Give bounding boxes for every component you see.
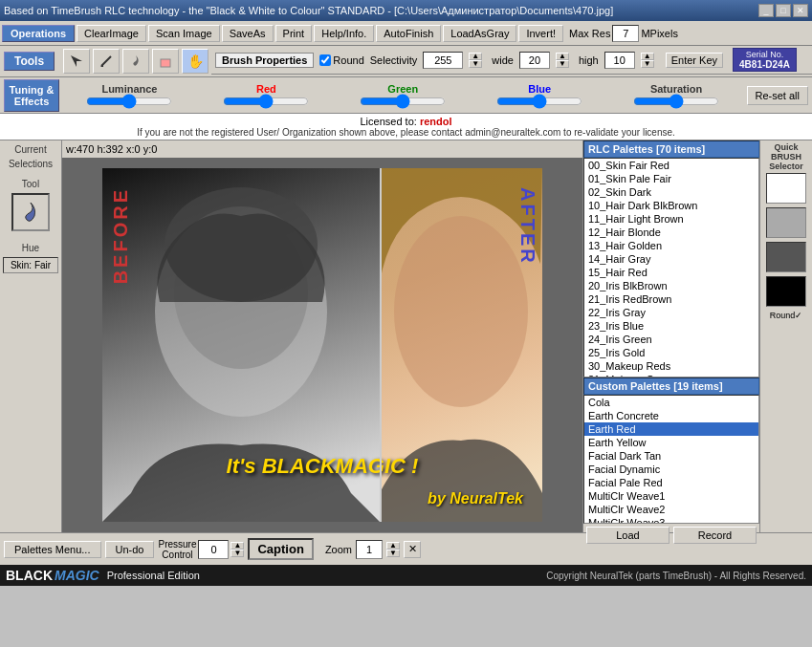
footer-edition: Professional Edition bbox=[107, 570, 200, 581]
rlc-item-11[interactable]: 22_Iris Gray bbox=[584, 306, 758, 319]
rlc-item-15[interactable]: 30_Makeup Reds bbox=[584, 359, 758, 373]
custom-item-cola[interactable]: Cola bbox=[584, 396, 758, 409]
custom-palette-list[interactable]: Cola Earth Concrete Earth Red Earth Yell… bbox=[583, 395, 759, 524]
title-bar: Based on TimeBrush RLC technology - the … bbox=[0, 0, 812, 21]
neuraltek-text: by NeuralTek bbox=[428, 490, 523, 507]
rlc-item-8[interactable]: 15_Hair Red bbox=[584, 266, 758, 279]
rlc-item-10[interactable]: 21_Iris RedBrown bbox=[584, 292, 758, 306]
green-slider[interactable] bbox=[360, 95, 446, 108]
custom-item-facial-dark-tan[interactable]: Facial Dark Tan bbox=[584, 449, 758, 463]
blue-slider[interactable] bbox=[496, 95, 582, 108]
undo-button[interactable]: Un-do bbox=[105, 541, 155, 558]
tool-preview bbox=[11, 193, 50, 231]
reset-all-button[interactable]: Re-set all bbox=[747, 86, 808, 105]
maximize-button[interactable]: □ bbox=[776, 4, 791, 17]
load-as-gray-button[interactable]: LoadAsGray bbox=[443, 25, 516, 42]
rlc-item-14[interactable]: 25_Iris Gold bbox=[584, 346, 758, 359]
custom-item-facial-pale-red[interactable]: Facial Pale Red bbox=[584, 476, 758, 489]
caption-button[interactable]: Caption bbox=[248, 538, 313, 560]
brush-sample-darkgray[interactable] bbox=[766, 242, 806, 272]
wide-down[interactable]: ▼ bbox=[556, 60, 569, 68]
canvas-wrapper[interactable]: BEFORE AFTER It's BLACKMAGIC ! by Neural… bbox=[62, 158, 582, 532]
print-button[interactable]: Print bbox=[275, 25, 313, 42]
blackmagic-text: It's BLACKMAGIC ! bbox=[112, 454, 533, 479]
right-panel: RLC Palettes [70 items] 00_Skin Fair Red… bbox=[582, 140, 759, 532]
red-slider[interactable] bbox=[223, 95, 309, 108]
round-checkbox-label: Round✓ bbox=[770, 311, 803, 320]
custom-item-multiclr3[interactable]: MultiClr Weave3 bbox=[584, 516, 758, 524]
luminance-slider[interactable] bbox=[86, 95, 172, 108]
rlc-item-13[interactable]: 24_Iris Green bbox=[584, 333, 758, 346]
rlc-item-1[interactable]: 01_Skin Pale Fair bbox=[584, 172, 758, 185]
rlc-item-7[interactable]: 14_Hair Gray bbox=[584, 252, 758, 266]
invert-button[interactable]: Invert! bbox=[518, 25, 563, 42]
custom-item-earth-yellow[interactable]: Earth Yellow bbox=[584, 436, 758, 449]
tool-eraser[interactable] bbox=[152, 49, 179, 74]
brush-sample-lightgray[interactable] bbox=[766, 207, 806, 238]
enter-key-button[interactable]: Enter Key bbox=[666, 53, 723, 68]
selectivity-input[interactable] bbox=[423, 52, 463, 69]
tools-label[interactable]: Tools bbox=[4, 52, 55, 71]
zoom-down[interactable]: ▼ bbox=[386, 550, 400, 557]
brush-sample-white[interactable] bbox=[766, 173, 806, 204]
tool-label: Tool bbox=[22, 179, 39, 189]
brush-sample-black[interactable] bbox=[766, 276, 806, 307]
blue-slider-group: Blue bbox=[473, 83, 606, 108]
wide-label: wide bbox=[492, 54, 514, 66]
wide-input[interactable] bbox=[519, 52, 550, 69]
red-slider-group: Red bbox=[200, 83, 333, 108]
close-button[interactable]: ✕ bbox=[793, 4, 808, 17]
zoom-input[interactable] bbox=[356, 540, 383, 559]
pressure-input[interactable] bbox=[198, 540, 229, 559]
saturation-slider[interactable] bbox=[633, 95, 719, 108]
tool-arrow[interactable] bbox=[63, 49, 90, 74]
help-button[interactable]: Help/Info. bbox=[314, 25, 374, 42]
tool-pencil[interactable] bbox=[93, 49, 120, 74]
rlc-item-0[interactable]: 00_Skin Fair Red bbox=[584, 159, 758, 172]
selectivity-down[interactable]: ▼ bbox=[469, 60, 482, 68]
custom-item-earth-red[interactable]: Earth Red bbox=[584, 422, 758, 436]
custom-item-facial-dynamic[interactable]: Facial Dynamic bbox=[584, 463, 758, 476]
operations-menu[interactable]: Operations bbox=[2, 25, 75, 42]
pressure-down[interactable]: ▼ bbox=[230, 550, 244, 557]
brush-props-label: Brush Properties bbox=[215, 53, 314, 68]
record-button[interactable]: Record bbox=[673, 527, 757, 544]
hue-label: Hue bbox=[22, 243, 39, 253]
minimize-button[interactable]: _ bbox=[758, 4, 774, 17]
left-panel: Current Selections Tool Hue Skin: Fair bbox=[0, 140, 62, 532]
rlc-item-5[interactable]: 12_Hair Blonde bbox=[584, 226, 758, 239]
palettes-menu-button[interactable]: Palettes Menu... bbox=[4, 541, 101, 558]
zoom-close-button[interactable]: ✕ bbox=[404, 541, 421, 558]
rlc-palette-list[interactable]: 00_Skin Fair Red 01_Skin Pale Fair 02_Sk… bbox=[583, 158, 759, 377]
rlc-item-3[interactable]: 10_Hair Dark BlkBrown bbox=[584, 199, 758, 212]
auto-finish-button[interactable]: AutoFinish bbox=[376, 25, 441, 42]
rlc-item-6[interactable]: 13_Hair Golden bbox=[584, 239, 758, 252]
high-input[interactable] bbox=[604, 52, 635, 69]
max-res-input[interactable] bbox=[612, 25, 639, 42]
scan-image-button[interactable]: Scan Image bbox=[148, 25, 220, 42]
custom-palettes-header: Custom Palettes [19 items] bbox=[583, 377, 759, 395]
custom-item-multiclr2[interactable]: MultiClr Weave2 bbox=[584, 503, 758, 516]
tool-hand[interactable]: ✋ bbox=[182, 49, 208, 74]
pressure-control: Pressure Control ▲ ▼ bbox=[158, 539, 244, 560]
rlc-item-9[interactable]: 20_Iris BlkBrown bbox=[584, 279, 758, 292]
rlc-palettes-header: RLC Palettes [70 items] bbox=[583, 140, 759, 158]
selections-label: Selections bbox=[9, 159, 53, 169]
high-down[interactable]: ▼ bbox=[641, 60, 654, 68]
rlc-item-12[interactable]: 23_Iris Blue bbox=[584, 319, 758, 333]
round-checkbox[interactable] bbox=[319, 54, 331, 66]
clear-image-button[interactable]: ClearImage bbox=[77, 25, 146, 42]
load-button[interactable]: Load bbox=[586, 527, 669, 544]
canvas-coords: w:470 h:392 x:0 y:0 bbox=[66, 143, 157, 155]
sliders-row: Tuning & Effects Luminance Red Green Blu… bbox=[0, 77, 812, 114]
custom-item-earth-concrete[interactable]: Earth Concrete bbox=[584, 409, 758, 422]
licensed-prefix: Licensed to: bbox=[361, 116, 420, 127]
footer-logo: BLACK MAGIC Professional Edition bbox=[6, 568, 200, 583]
rlc-item-2[interactable]: 02_Skin Dark bbox=[584, 185, 758, 199]
footer-copyright: Copyright NeuralTek (parts TimeBrush) - … bbox=[546, 571, 806, 581]
before-label: BEFORE bbox=[110, 187, 132, 284]
custom-item-multiclr1[interactable]: MultiClr Weave1 bbox=[584, 489, 758, 503]
save-as-button[interactable]: SaveAs bbox=[222, 25, 274, 42]
tool-brush[interactable] bbox=[122, 49, 149, 74]
rlc-item-4[interactable]: 11_Hair Light Brown bbox=[584, 212, 758, 226]
